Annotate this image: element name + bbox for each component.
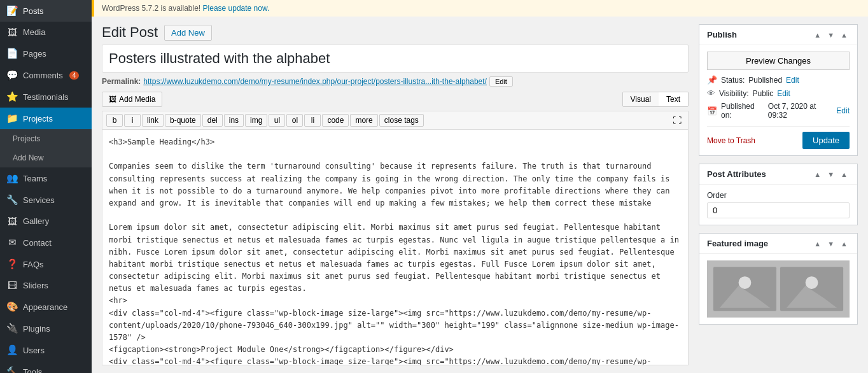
services-icon: 🔧: [6, 194, 18, 206]
format-close-tags[interactable]: close tags: [379, 114, 424, 127]
order-input[interactable]: [707, 202, 850, 218]
preview-changes-button[interactable]: Preview Changes: [707, 52, 850, 70]
post-title-input[interactable]: [102, 45, 689, 73]
svg-point-3: [739, 276, 752, 289]
sidebar-item-projects-list[interactable]: Projects: [0, 129, 92, 148]
comments-badge: 4: [69, 71, 80, 80]
published-label: Published on:: [721, 102, 764, 120]
sidebar-item-label: Contact: [23, 238, 52, 248]
format-link[interactable]: link: [142, 114, 164, 127]
fullscreen-button[interactable]: ⛶: [670, 114, 684, 127]
sidebar-item-media[interactable]: 🖼 Media: [0, 22, 92, 43]
sidebar-item-projects[interactable]: 📁 Projects: [0, 108, 92, 129]
sidebar-item-sliders[interactable]: 🎞 Sliders: [0, 275, 92, 296]
sidebar-item-plugins[interactable]: 🔌 Plugins: [0, 318, 92, 339]
contact-icon: ✉: [6, 237, 18, 248]
visibility-value: Public: [752, 89, 773, 98]
publish-box-body: Preview Changes 📌 Status: Published Edit…: [699, 45, 857, 155]
published-edit-link[interactable]: Edit: [836, 106, 850, 115]
sidebar-item-label: Teams: [23, 174, 47, 183]
post-attributes-close[interactable]: ▲: [839, 170, 850, 179]
sidebar-item-testimonials[interactable]: ⭐ Testimonials: [0, 86, 92, 108]
svg-point-5: [806, 276, 818, 289]
format-more[interactable]: more: [350, 114, 377, 127]
publish-box-controls: ▲ ▼ ▲: [812, 31, 850, 39]
post-attributes-collapse-down[interactable]: ▼: [825, 170, 836, 179]
view-tabs: Visual Text: [622, 92, 689, 107]
format-bold[interactable]: b: [106, 114, 123, 127]
add-new-button[interactable]: Add New: [164, 25, 212, 41]
publish-collapse-up[interactable]: ▲: [812, 31, 823, 39]
projects-submenu: Projects Add New: [0, 129, 92, 167]
sidebar-item-tools[interactable]: 🔨 Tools: [0, 361, 92, 373]
format-bquote[interactable]: b-quote: [165, 114, 201, 127]
sidebar-item-label: Testimonials: [23, 92, 69, 102]
right-sidebar: Publish ▲ ▼ ▲ Preview Changes 📌 Status: …: [699, 24, 858, 365]
sidebar-item-faqs[interactable]: ❓ FAQs: [0, 253, 92, 275]
sidebar-item-label: Users: [23, 346, 45, 355]
sidebar-item-add-new[interactable]: Add New: [0, 148, 92, 167]
move-to-trash-link[interactable]: Move to Trash: [707, 136, 755, 145]
post-attributes-collapse-up[interactable]: ▲: [812, 170, 823, 179]
format-del[interactable]: del: [202, 114, 223, 127]
status-edit-link[interactable]: Edit: [786, 76, 799, 85]
sidebar-item-appearance[interactable]: 🎨 Appearance: [0, 296, 92, 318]
sidebar-item-posts[interactable]: 📝 Posts: [0, 0, 92, 22]
tab-visual[interactable]: Visual: [623, 92, 659, 106]
format-code[interactable]: code: [322, 114, 349, 127]
status-row: 📌 Status: Published Edit: [707, 75, 850, 85]
featured-image-collapse-up[interactable]: ▲: [812, 239, 823, 248]
sidebar-item-users[interactable]: 👤 Users: [0, 339, 92, 361]
format-li[interactable]: li: [304, 114, 321, 127]
add-media-button[interactable]: 🖼 Add Media: [102, 92, 162, 107]
sidebar-item-label: Media: [23, 27, 45, 37]
featured-image-title: Featured image: [707, 239, 768, 248]
publish-collapse-down[interactable]: ▼: [825, 31, 836, 39]
status-value: Published: [748, 76, 782, 85]
featured-image-close[interactable]: ▲: [839, 239, 850, 248]
format-ins[interactable]: ins: [224, 114, 244, 127]
published-value: Oct 7, 2020 at 09:32: [768, 102, 832, 120]
featured-image-meta-box: Featured image ▲ ▼ ▲: [699, 233, 858, 325]
sidebar-item-contact[interactable]: ✉ Contact: [0, 232, 92, 253]
featured-image-header: Featured image ▲ ▼ ▲: [699, 234, 857, 254]
format-ol[interactable]: ol: [286, 114, 303, 127]
post-attributes-meta-box: Post Attributes ▲ ▼ ▲ Order: [699, 164, 858, 225]
tab-text[interactable]: Text: [659, 92, 688, 106]
format-italic[interactable]: i: [124, 114, 141, 127]
published-row: 📅 Published on: Oct 7, 2020 at 09:32 Edi…: [707, 102, 850, 120]
update-button[interactable]: Update: [802, 132, 850, 149]
editor-toolbar-top: 🖼 Add Media Visual Text: [102, 92, 689, 107]
visibility-icon: 👁: [707, 88, 715, 98]
notice-link[interactable]: Please update now.: [203, 4, 270, 13]
sidebar-item-teams[interactable]: 👥 Teams: [0, 167, 92, 189]
sidebar-item-label: Comments: [23, 71, 63, 80]
format-ul[interactable]: ul: [269, 114, 285, 127]
sidebar-item-pages[interactable]: 📄 Pages: [0, 43, 92, 64]
permalink-url[interactable]: https://www.luzukdemo.com/demo/my-resume…: [143, 77, 487, 86]
notice-bar: WordPress 5.7.2 is available! Please upd…: [92, 0, 868, 17]
status-label: Status:: [721, 76, 745, 85]
page-title-row: Edit Post Add New: [102, 24, 689, 41]
plugins-icon: 🔌: [6, 323, 18, 334]
permalink-edit-button[interactable]: Edit: [489, 76, 513, 87]
sidebar-item-label: Tools: [23, 367, 42, 374]
publish-close[interactable]: ▲: [839, 31, 850, 39]
sidebar-item-services[interactable]: 🔧 Services: [0, 189, 92, 211]
editor-area[interactable]: <h3>Sample Heading</h3> Companies seem t…: [102, 129, 689, 365]
status-icon: 📌: [707, 75, 717, 85]
content-body: Edit Post Add New Permalink: https://www…: [92, 17, 868, 373]
edit-post-area: Edit Post Add New Permalink: https://www…: [102, 24, 689, 365]
sidebar-item-label: Pages: [23, 49, 46, 59]
format-img[interactable]: img: [245, 114, 267, 127]
post-attributes-title: Post Attributes: [707, 169, 766, 179]
sidebar-item-comments[interactable]: 💬 Comments 4: [0, 64, 92, 86]
sidebar-item-label: Sliders: [23, 281, 48, 290]
permalink-label: Permalink:: [102, 77, 141, 86]
featured-image-collapse-down[interactable]: ▼: [825, 239, 836, 248]
sidebar-item-gallery[interactable]: 🖼 Gallery: [0, 211, 92, 232]
visibility-edit-link[interactable]: Edit: [777, 89, 790, 98]
projects-icon: 📁: [6, 113, 18, 124]
featured-image-preview[interactable]: [707, 260, 850, 318]
sidebar-subitem-label: Add New: [13, 153, 44, 162]
